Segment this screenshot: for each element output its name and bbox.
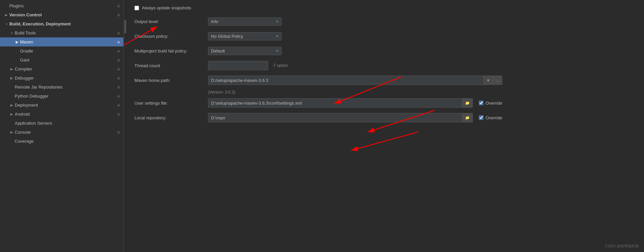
local-repo-override-checkbox[interactable]	[479, 115, 484, 120]
sidebar-item-plugins[interactable]: Plugins ▣	[0, 1, 123, 10]
sidebar-item-application-servers[interactable]: Application Servers	[0, 119, 123, 128]
multiproject-policy-select[interactable]: Default Always Never After Failures At E…	[208, 47, 282, 55]
thread-count-label: Thread count	[134, 63, 208, 68]
always-update-snapshots-checkbox[interactable]	[134, 6, 139, 10]
user-settings-file-row: User settings file: 📁 Override	[134, 98, 502, 108]
maven-home-path-control: ▼ …	[208, 76, 502, 85]
output-level-row: Output level: Info Debug Warning Error ▼	[134, 16, 502, 26]
thread-count-control: -T option	[208, 61, 502, 70]
maven-home-dropdown-btn[interactable]: ▼	[484, 76, 493, 85]
folder-icon-repo: 📁	[465, 116, 470, 120]
user-settings-file-control: 📁 Override	[208, 98, 502, 108]
multiproject-policy-control: Default Always Never After Failures At E…	[208, 47, 502, 55]
maven-home-path-input[interactable]	[208, 76, 484, 85]
user-settings-override-checkbox[interactable]	[479, 101, 484, 105]
checksum-policy-select[interactable]: No Global Policy Fail Warn Ignore	[208, 32, 282, 40]
sidebar-item-maven[interactable]: ▶ Maven ▣	[0, 37, 123, 46]
pin-icon-python-debugger: ▣	[117, 94, 120, 98]
local-repo-override-label[interactable]: Override	[486, 115, 502, 120]
checksum-policy-label: Checksum policy:	[134, 34, 208, 39]
maven-settings-panel: Always update snapshots Output level: In…	[126, 0, 644, 252]
pin-icon-vc: ▣	[117, 13, 120, 17]
user-settings-file-input[interactable]	[208, 98, 462, 108]
output-level-control: Info Debug Warning Error ▼	[208, 17, 502, 26]
local-repository-row: Local repository: 📁 Override	[134, 113, 502, 123]
pin-icon-build-tools: ▣	[117, 31, 120, 35]
local-repo-override-area: Override	[479, 115, 502, 120]
settings-sidebar: Plugins ▣ ▶ Version Control ▣ ∨ Build, E…	[0, 0, 124, 252]
always-update-snapshots-label[interactable]: Always update snapshots	[142, 5, 191, 10]
pin-icon-compiler: ▣	[117, 67, 120, 71]
output-level-label: Output level:	[134, 19, 208, 24]
maven-home-browse-btn[interactable]: …	[493, 76, 502, 85]
checksum-policy-dropdown-wrapper: No Global Policy Fail Warn Ignore ▼	[208, 32, 282, 40]
user-settings-input-group: 📁	[208, 98, 473, 108]
sidebar-item-build-execution-deployment[interactable]: ∨ Build, Execution, Deployment	[0, 19, 123, 28]
sidebar-item-version-control[interactable]: ▶ Version Control ▣	[0, 10, 123, 19]
folder-icon: 📁	[465, 101, 470, 105]
svg-line-3	[351, 132, 418, 150]
pin-icon-gant: ▣	[117, 58, 120, 62]
thread-count-row: Thread count -T option	[134, 60, 502, 71]
multiproject-policy-label: Multiproject build fail policy:	[134, 48, 208, 53]
sidebar-item-android[interactable]: ▶ Android ▣	[0, 110, 123, 119]
checksum-policy-control: No Global Policy Fail Warn Ignore ▼	[208, 32, 502, 40]
sidebar-item-compiler[interactable]: ▶ Compiler ▣	[0, 65, 123, 74]
maven-path-input-group: ▼ …	[208, 76, 502, 85]
output-level-dropdown-wrapper: Info Debug Warning Error ▼	[208, 17, 282, 26]
always-update-snapshots-row: Always update snapshots	[134, 5, 502, 10]
local-repository-input[interactable]	[208, 113, 462, 122]
sidebar-item-gradle[interactable]: Gradle ▣	[0, 46, 123, 55]
maven-version-text: (Version: 3.6.3)	[208, 90, 502, 95]
local-repository-label: Local repository:	[134, 115, 208, 120]
sidebar-item-remote-jar[interactable]: Remote Jar Repositories ▣	[0, 83, 123, 92]
pin-icon-remote-jar: ▣	[117, 85, 120, 89]
user-settings-browse-btn[interactable]: 📁	[462, 98, 473, 108]
sidebar-item-coverage[interactable]: Coverage	[0, 137, 123, 146]
multiproject-policy-dropdown-wrapper: Default Always Never After Failures At E…	[208, 47, 282, 55]
pin-icon-deployment: ▣	[117, 103, 120, 107]
multiproject-policy-row: Multiproject build fail policy: Default …	[134, 46, 502, 56]
checksum-policy-row: Checksum policy: No Global Policy Fail W…	[134, 31, 502, 41]
pin-icon-debugger: ▣	[117, 76, 120, 80]
user-settings-file-label: User settings file:	[134, 101, 208, 106]
thread-count-input[interactable]	[208, 61, 268, 70]
local-repo-browse-btn[interactable]: 📁	[462, 113, 473, 122]
output-level-select[interactable]: Info Debug Warning Error	[208, 17, 282, 26]
local-repository-control: 📁 Override	[208, 113, 502, 122]
pin-icon-maven: ▣	[117, 40, 120, 44]
settings-form: Always update snapshots Output level: In…	[134, 5, 502, 123]
sidebar-item-console[interactable]: ▶ Console ▣	[0, 128, 123, 137]
pin-icon-plugins: ▣	[117, 4, 120, 8]
local-repo-input-group: 📁	[208, 113, 473, 122]
sidebar-item-python-debugger[interactable]: Python Debugger ▣	[0, 92, 123, 101]
pin-icon-gradle: ▣	[117, 49, 120, 53]
t-option-label: -T option	[272, 63, 288, 68]
sidebar-item-gant[interactable]: Gant ▣	[0, 55, 123, 65]
sidebar-item-deployment[interactable]: ▶ Deployment ▣	[0, 101, 123, 110]
maven-home-path-label: Maven home path:	[134, 78, 208, 83]
maven-home-path-row: Maven home path: ▼ …	[134, 75, 502, 85]
user-settings-override-label[interactable]: Override	[486, 101, 502, 106]
pin-icon-console: ▣	[117, 130, 120, 134]
watermark: CSDN @程序猿的酒	[605, 244, 639, 249]
sidebar-item-debugger[interactable]: ▶ Debugger ▣	[0, 74, 123, 83]
user-settings-override-area: Override	[479, 101, 502, 106]
pin-icon-android: ▣	[117, 112, 120, 116]
sidebar-item-build-tools[interactable]: ∨ Build Tools ▣	[0, 28, 123, 37]
